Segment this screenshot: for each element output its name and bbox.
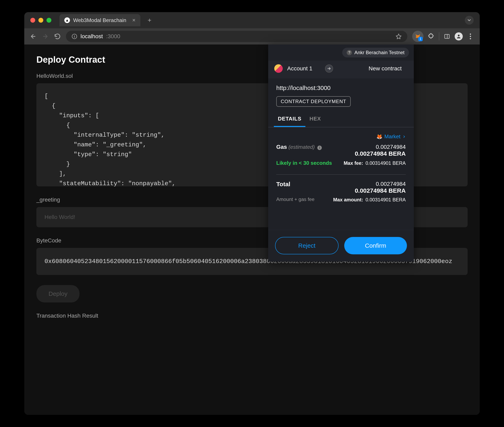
market-link[interactable]: Market	[384, 133, 400, 140]
window-close-button[interactable]	[30, 18, 35, 23]
maxfee-label: Max fee:	[344, 160, 363, 166]
tab-bar: ▲ Web3Modal Berachain × +	[24, 12, 480, 28]
total-amount-native: 0.00274984	[355, 181, 406, 187]
tab-favicon: ▲	[64, 17, 70, 23]
puzzle-icon	[428, 33, 434, 40]
window-minimize-button[interactable]	[39, 18, 43, 23]
market-row[interactable]: 🦊 Market	[276, 133, 406, 140]
maxfee-value: 0.00314901 BERA	[365, 160, 406, 166]
side-panel-button[interactable]	[443, 32, 451, 40]
toolbar-actions: 1	[412, 31, 474, 42]
max-amount-value: 0.00314901 BERA	[365, 197, 406, 202]
max-amount-label: Max amount:	[333, 197, 363, 202]
separator	[439, 32, 439, 40]
forward-button[interactable]	[42, 33, 49, 40]
total-meta-row: Amount + gas fee Max amount:0.00314901 B…	[276, 197, 406, 203]
network-name: Ankr Berachain Testnet	[354, 50, 404, 55]
chevron-right-icon	[403, 135, 406, 138]
svg-point-5	[470, 36, 471, 37]
deployment-badge: CONTRACT DEPLOYMENT	[276, 96, 351, 107]
arrow-right-icon	[42, 33, 48, 40]
gas-section: Gas (estimated) i 0.00274984 0.00274984 …	[276, 144, 406, 157]
gas-label: Gas	[276, 144, 287, 150]
site-info-icon[interactable]	[72, 34, 77, 39]
reload-button[interactable]	[54, 33, 61, 40]
browser-tab[interactable]: ▲ Web3Modal Berachain ×	[60, 14, 140, 26]
svg-point-3	[458, 35, 460, 36]
close-tab-button[interactable]: ×	[132, 17, 135, 23]
popup-actions: Reject Confirm	[268, 230, 414, 262]
total-sub-label: Amount + gas fee	[276, 197, 315, 203]
network-row: ? Ankr Berachain Testnet	[268, 45, 414, 61]
traffic-lights	[30, 18, 51, 23]
gas-likely-time: Likely in < 30 seconds	[276, 160, 332, 166]
popup-body: 🦊 Market Gas (estimated) i 0.00274984 0.…	[268, 127, 414, 208]
browser-menu-button[interactable]	[466, 32, 474, 40]
origin-url: http://localhost:3000	[276, 84, 406, 92]
question-icon: ?	[347, 50, 352, 55]
window-maximize-button[interactable]	[47, 18, 51, 23]
origin-section: http://localhost:3000 CONTRACT DEPLOYMEN…	[268, 78, 414, 112]
browser-window: ▲ Web3Modal Berachain × + localhost:3000	[24, 12, 480, 415]
person-icon	[456, 34, 461, 39]
reload-icon	[54, 33, 61, 40]
toolbar: localhost:3000 1	[24, 28, 480, 45]
total-amount-bera: 0.00274984 BERA	[355, 187, 406, 194]
gas-estimated: (estimated)	[288, 144, 315, 150]
total-label: Total	[276, 181, 290, 194]
total-section: Total 0.00274984 0.00274984 BERA	[276, 181, 406, 194]
tx-target: New contract	[369, 65, 402, 72]
tab-details[interactable]: DETAILS	[274, 112, 305, 127]
wallet-popup: ? Ankr Berachain Testnet Account 1 New c…	[268, 45, 414, 262]
tabs-dropdown-button[interactable]	[465, 16, 474, 25]
tab-title: Web3Modal Berachain	[73, 17, 129, 23]
popup-tabs: DETAILS HEX	[268, 112, 414, 127]
network-selector[interactable]: ? Ankr Berachain Testnet	[342, 48, 409, 57]
confirm-button[interactable]: Confirm	[344, 237, 407, 254]
divider	[276, 174, 406, 175]
tab-hex[interactable]: HEX	[305, 112, 325, 127]
url-host: localhost	[80, 33, 103, 40]
url-port: :3000	[106, 33, 120, 40]
metamask-extension-button[interactable]: 1	[412, 31, 424, 42]
gas-meta-row: Likely in < 30 seconds Max fee:0.0031490…	[276, 160, 406, 168]
extensions-button[interactable]	[427, 32, 435, 40]
chevron-down-icon	[467, 18, 471, 22]
deploy-button[interactable]: Deploy	[36, 285, 79, 303]
address-bar[interactable]: localhost:3000	[66, 31, 407, 42]
bookmark-button[interactable]	[395, 33, 402, 39]
account-avatar	[274, 64, 283, 73]
panel-icon	[444, 33, 450, 39]
star-icon	[395, 33, 402, 39]
new-tab-button[interactable]: +	[148, 16, 151, 24]
extension-badge-count: 1	[418, 37, 423, 41]
reject-button[interactable]: Reject	[275, 237, 339, 254]
info-icon[interactable]: i	[317, 145, 322, 150]
account-row: Account 1 New contract	[268, 61, 414, 78]
gas-amount-bera: 0.00274984 BERA	[355, 150, 406, 157]
back-button[interactable]	[30, 33, 37, 40]
fox-emoji-icon: 🦊	[376, 134, 382, 139]
profile-button[interactable]	[455, 32, 463, 40]
tx-hash-label: Transaction Hash Result	[36, 313, 468, 319]
svg-point-4	[470, 34, 471, 35]
to-arrow-icon	[325, 64, 333, 73]
arrow-left-icon	[30, 33, 36, 40]
account-name: Account 1	[287, 65, 312, 72]
svg-point-6	[470, 38, 471, 39]
kebab-icon	[470, 33, 471, 39]
gas-amount-native: 0.00274984	[355, 144, 406, 150]
